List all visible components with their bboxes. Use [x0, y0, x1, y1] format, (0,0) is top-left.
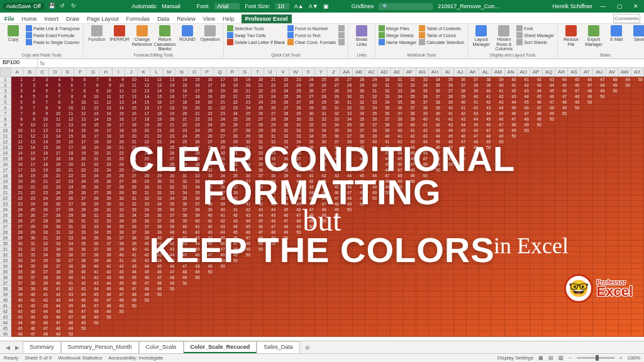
- cell[interactable]: [593, 303, 606, 309]
- cell[interactable]: 29: [49, 218, 62, 224]
- cell[interactable]: [467, 235, 479, 241]
- cell[interactable]: [593, 331, 606, 337]
- cell[interactable]: 49: [62, 326, 74, 331]
- cell[interactable]: 23: [36, 190, 49, 195]
- cell[interactable]: [441, 252, 454, 258]
- cell[interactable]: [391, 229, 403, 235]
- cell[interactable]: 28: [214, 139, 226, 145]
- cell[interactable]: [303, 314, 315, 320]
- cell[interactable]: 40: [226, 201, 239, 207]
- cell[interactable]: [201, 303, 214, 309]
- cell[interactable]: 21: [87, 156, 99, 162]
- cell[interactable]: [289, 258, 302, 263]
- cell[interactable]: 43: [391, 145, 403, 150]
- row-header[interactable]: 41: [0, 303, 11, 309]
- cell[interactable]: 45: [264, 212, 277, 218]
- cell[interactable]: 26: [175, 145, 188, 150]
- cell[interactable]: [555, 145, 568, 150]
- cell[interactable]: 37: [454, 82, 467, 88]
- cell[interactable]: 26: [188, 139, 201, 145]
- cell[interactable]: 41: [518, 77, 530, 82]
- cell[interactable]: 39: [391, 122, 403, 128]
- cell[interactable]: [365, 320, 378, 326]
- cell[interactable]: 42: [188, 229, 201, 235]
- cell[interactable]: 23: [125, 150, 138, 156]
- cell[interactable]: 50: [429, 167, 441, 173]
- cell[interactable]: [125, 309, 138, 314]
- gridlines-toggle[interactable]: Gridlines: [352, 3, 374, 9]
- cell[interactable]: 32: [226, 156, 239, 162]
- cell[interactable]: [454, 309, 467, 314]
- cell[interactable]: 46: [391, 162, 403, 167]
- cell[interactable]: [530, 326, 543, 331]
- cell[interactable]: 29: [62, 212, 74, 218]
- cell[interactable]: 33: [303, 128, 315, 133]
- cell[interactable]: [353, 275, 365, 280]
- cell[interactable]: [214, 303, 226, 309]
- cell[interactable]: [619, 331, 631, 337]
- cell[interactable]: [467, 201, 479, 207]
- cell[interactable]: 31: [226, 150, 239, 156]
- cell[interactable]: [416, 184, 429, 190]
- cell[interactable]: [593, 326, 606, 331]
- cell[interactable]: 46: [543, 94, 555, 99]
- cell[interactable]: 50: [239, 252, 252, 258]
- cell[interactable]: 33: [113, 212, 125, 218]
- cell[interactable]: 32: [378, 88, 391, 94]
- cell[interactable]: [619, 128, 631, 133]
- cell[interactable]: 7: [24, 105, 36, 111]
- cell[interactable]: 46: [226, 235, 239, 241]
- cell[interactable]: 39: [125, 241, 138, 246]
- cell[interactable]: 25: [252, 105, 264, 111]
- cell[interactable]: [619, 178, 631, 184]
- cell[interactable]: 45: [163, 258, 175, 263]
- cell[interactable]: [619, 167, 631, 173]
- cell[interactable]: [391, 275, 403, 280]
- cell[interactable]: 22: [239, 94, 252, 99]
- cell[interactable]: 29: [74, 207, 87, 212]
- tab-home[interactable]: Home: [21, 14, 38, 23]
- cell[interactable]: 28: [138, 173, 150, 178]
- cell[interactable]: 40: [303, 167, 315, 173]
- cell[interactable]: 33: [315, 122, 328, 128]
- cell[interactable]: 33: [49, 241, 62, 246]
- cell[interactable]: [606, 207, 619, 212]
- cell[interactable]: [239, 286, 252, 292]
- cell[interactable]: [365, 218, 378, 224]
- cell[interactable]: 30: [36, 229, 49, 235]
- cell[interactable]: 25: [214, 122, 226, 128]
- cell[interactable]: 19: [24, 173, 36, 178]
- cell[interactable]: 31: [188, 167, 201, 173]
- cell[interactable]: [492, 286, 504, 292]
- cell[interactable]: [631, 139, 644, 145]
- cell[interactable]: 15: [87, 122, 99, 128]
- cell[interactable]: 34: [365, 105, 378, 111]
- cell[interactable]: 15: [150, 94, 163, 99]
- cell[interactable]: 45: [214, 235, 226, 241]
- cell[interactable]: [188, 292, 201, 297]
- cell[interactable]: 13: [138, 88, 150, 94]
- cell[interactable]: [315, 258, 328, 263]
- cell[interactable]: [492, 303, 504, 309]
- cell[interactable]: [543, 133, 555, 139]
- cell[interactable]: 17: [36, 156, 49, 162]
- cell[interactable]: [340, 286, 353, 292]
- cell[interactable]: 27: [328, 82, 340, 88]
- cell[interactable]: 50: [518, 128, 530, 133]
- cell[interactable]: [239, 292, 252, 297]
- row-header[interactable]: 39: [0, 292, 11, 297]
- cell[interactable]: 50: [391, 184, 403, 190]
- cell[interactable]: 29: [24, 229, 36, 235]
- cell[interactable]: [365, 309, 378, 314]
- cell[interactable]: 34: [150, 201, 163, 207]
- cell[interactable]: [555, 156, 568, 162]
- cell[interactable]: [277, 286, 289, 292]
- cell[interactable]: [277, 320, 289, 326]
- row-header[interactable]: 37: [0, 280, 11, 286]
- cell[interactable]: 49: [479, 139, 492, 145]
- cell[interactable]: 28: [87, 195, 99, 201]
- cell[interactable]: [416, 292, 429, 297]
- cell[interactable]: [353, 207, 365, 212]
- cell[interactable]: [353, 331, 365, 337]
- autosave-toggle[interactable]: AutoSave Off: [3, 3, 45, 10]
